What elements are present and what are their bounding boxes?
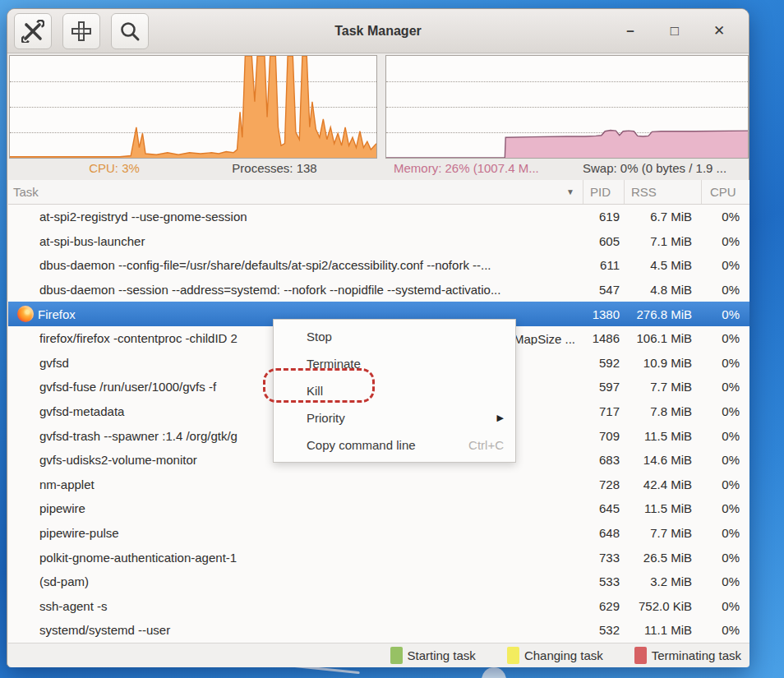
graph-labels: CPU: 3% Processes: 138 Memory: 26% (1007… [7,159,749,180]
close-icon[interactable]: ✕ [711,23,727,39]
cpu-value: 0% [702,429,749,443]
rss-value: 752.0 KiB [625,599,702,613]
table-row[interactable]: nm-applet72842.4 MiB0% [8,473,749,497]
task-name: polkit-gnome-authentication-agent-1 [8,551,583,565]
kill-highlight-annotation [263,368,375,403]
status-bar: Starting taskChanging taskTerminating ta… [8,643,749,667]
sort-descending-icon: ▼ [566,187,574,196]
cpu-value: 0% [702,551,749,565]
legend-item: Terminating task [634,647,741,664]
table-row[interactable]: pipewire-pulse6487.7 MiB0% [8,521,749,546]
rss-value: 6.7 MiB [625,210,702,224]
cpu-value: 0% [702,283,749,297]
table-row[interactable]: ssh-agent -s629752.0 KiB0% [8,594,749,619]
pid-value: 619 [583,210,625,224]
memory-history-area [386,56,748,158]
rss-value: 106.1 MiB [625,331,702,345]
rss-value: 4.8 MiB [625,283,702,297]
legend-color-swatch [390,647,403,664]
table-row[interactable]: pipewire64511.5 MiB0% [8,496,749,521]
cpu-value: 0% [702,356,749,370]
pid-value: 717 [583,404,625,418]
rss-value: 7.7 MiB [625,526,702,540]
task-name: at-spi-bus-launcher [8,234,583,248]
titlebar[interactable]: Task Manager – □ ✕ [7,9,749,53]
pid-value: 533 [583,574,625,588]
task-name: pipewire [8,501,583,515]
task-name: at-spi2-registryd --use-gnome-session [8,210,583,224]
pick-process-button[interactable] [62,13,100,49]
column-header-task[interactable]: Task ▼ [8,180,583,204]
toolbar [14,12,149,49]
rss-value: 26.5 MiB [625,551,702,565]
legend-color-swatch [634,647,647,664]
table-row[interactable]: at-spi2-registryd --use-gnome-session619… [8,205,749,229]
table-row[interactable]: dbus-daemon --config-file=/usr/share/def… [8,253,749,278]
menu-item-copy-command-line[interactable]: Copy command lineCtrl+C [274,431,515,459]
cpu-value: 0% [702,404,749,418]
cpu-usage-label: CPU: 3% [65,161,164,175]
desktop-background: Task Manager – □ ✕ CPU: 3% Processes: 13… [0,0,784,678]
search-icon [118,20,141,43]
task-name: ssh-agent -s [8,599,583,613]
task-name: systemd/systemd --user [8,623,583,637]
memory-graph [385,55,749,159]
table-row[interactable]: systemd/systemd --user53211.1 MiB0% [8,618,749,643]
cpu-history-area [10,56,376,158]
table-header: Task ▼ PID RSS CPU [8,180,749,205]
cpu-value: 0% [702,210,749,224]
column-header-pid[interactable]: PID [583,180,625,204]
menu-item-priority[interactable]: Priority▶ [274,404,515,431]
cpu-value: 0% [702,477,749,491]
cpu-value: 0% [702,453,749,467]
pid-value: 733 [583,551,625,565]
task-name-fragment: MapSize ... [514,331,575,345]
cpu-graph [9,55,377,159]
search-button[interactable] [111,13,149,49]
pid-value: 648 [583,526,625,540]
pid-value: 1380 [583,307,625,321]
pid-value: 728 [583,477,625,491]
pid-value: 547 [583,283,625,297]
maximize-icon[interactable]: □ [666,23,683,39]
column-header-cpu[interactable]: CPU [702,180,749,204]
rss-value: 42.4 MiB [625,477,702,491]
table-row[interactable]: dbus-daemon --session --address=systemd:… [8,278,749,302]
cpu-value: 0% [702,501,749,515]
pid-value: 709 [583,429,625,443]
table-row[interactable]: polkit-gnome-authentication-agent-173326… [8,545,749,570]
processes-label: Processes: 138 [188,161,361,175]
minimize-icon[interactable]: – [622,23,639,39]
menu-shortcut: Ctrl+C [468,438,504,452]
wallpaper-dot [482,667,506,678]
rss-value: 276.8 MiB [625,307,702,321]
memory-usage-label: Memory: 26% (1007.4 M... [394,161,539,175]
cpu-value: 0% [702,526,749,540]
cpu-value: 0% [702,574,749,588]
pid-value: 629 [583,599,625,613]
rss-value: 3.2 MiB [625,574,702,588]
cpu-value: 0% [702,307,749,321]
legend-item: Changing task [507,647,603,664]
task-name: pipewire-pulse [8,526,583,540]
cpu-value: 0% [702,258,749,272]
table-row[interactable]: at-spi-bus-launcher6057.1 MiB0% [8,229,749,254]
rss-value: 14.6 MiB [625,453,702,467]
rss-value: 11.1 MiB [625,623,702,637]
submenu-arrow-icon: ▶ [497,413,504,423]
rss-value: 7.1 MiB [625,234,702,248]
column-header-rss[interactable]: RSS [625,180,702,204]
settings-button[interactable] [14,13,52,49]
tools-icon [21,20,44,43]
pid-value: 605 [583,234,625,248]
firefox-icon [17,306,34,322]
rss-value: 10.9 MiB [625,356,702,370]
pid-value: 611 [583,258,625,272]
pid-value: 532 [583,623,625,637]
swap-usage-label: Swap: 0% (0 bytes / 1.9 ... [583,161,726,175]
task-name: (sd-pam) [8,574,583,588]
table-row[interactable]: (sd-pam)5333.2 MiB0% [8,570,749,594]
menu-item-stop[interactable]: Stop [274,323,515,350]
cpu-value: 0% [702,234,749,248]
cpu-value: 0% [702,599,749,613]
